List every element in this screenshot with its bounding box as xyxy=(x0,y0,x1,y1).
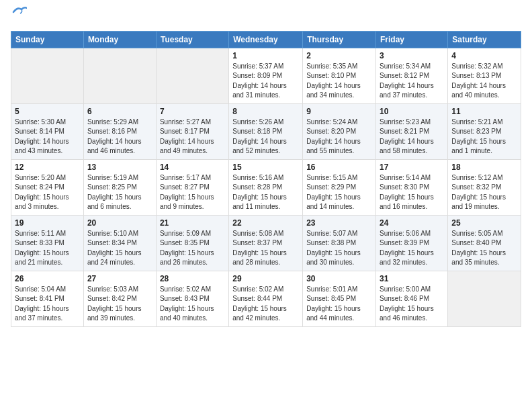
day-cell: 10Sunrise: 5:23 AMSunset: 8:21 PMDayligh… xyxy=(376,103,448,159)
day-number: 7 xyxy=(160,107,225,116)
day-info: Sunrise: 5:23 AMSunset: 8:21 PMDaylight:… xyxy=(380,118,444,156)
day-cell: 6Sunrise: 5:29 AMSunset: 8:16 PMDaylight… xyxy=(83,103,156,159)
day-info: Sunrise: 5:29 AMSunset: 8:16 PMDaylight:… xyxy=(87,118,152,156)
day-number: 18 xyxy=(451,163,517,172)
day-info: Sunrise: 5:09 AMSunset: 8:35 PMDaylight:… xyxy=(160,229,225,268)
day-info: Sunrise: 5:06 AMSunset: 8:39 PMDaylight:… xyxy=(380,229,444,268)
day-number: 15 xyxy=(232,163,299,172)
day-number: 17 xyxy=(380,163,444,172)
day-number: 11 xyxy=(451,107,517,116)
day-info: Sunrise: 5:08 AMSunset: 8:37 PMDaylight:… xyxy=(232,229,299,268)
day-cell: 22Sunrise: 5:08 AMSunset: 8:37 PMDayligh… xyxy=(229,215,303,271)
day-cell xyxy=(11,48,84,103)
logo-bird-icon xyxy=(12,5,27,17)
day-cell: 18Sunrise: 5:12 AMSunset: 8:32 PMDayligh… xyxy=(448,159,521,215)
week-row-5: 26Sunrise: 5:04 AMSunset: 8:41 PMDayligh… xyxy=(11,271,521,326)
day-number: 10 xyxy=(380,107,444,116)
day-info: Sunrise: 5:04 AMSunset: 8:41 PMDaylight:… xyxy=(15,285,80,324)
day-number: 3 xyxy=(380,51,444,60)
calendar-table: SundayMondayTuesdayWednesdayThursdayFrid… xyxy=(11,31,521,327)
day-number: 30 xyxy=(306,274,372,283)
weekday-header-monday: Monday xyxy=(83,31,156,48)
week-row-3: 12Sunrise: 5:20 AMSunset: 8:24 PMDayligh… xyxy=(11,159,521,215)
day-cell: 31Sunrise: 5:00 AMSunset: 8:46 PMDayligh… xyxy=(376,271,448,326)
day-cell: 19Sunrise: 5:11 AMSunset: 8:33 PMDayligh… xyxy=(11,215,84,271)
day-number: 20 xyxy=(87,218,152,228)
day-info: Sunrise: 5:35 AMSunset: 8:10 PMDaylight:… xyxy=(306,62,372,101)
day-number: 9 xyxy=(306,107,372,116)
day-info: Sunrise: 5:03 AMSunset: 8:42 PMDaylight:… xyxy=(87,285,152,324)
day-cell: 27Sunrise: 5:03 AMSunset: 8:42 PMDayligh… xyxy=(83,271,156,326)
day-cell: 16Sunrise: 5:15 AMSunset: 8:29 PMDayligh… xyxy=(303,159,376,215)
day-cell: 15Sunrise: 5:16 AMSunset: 8:28 PMDayligh… xyxy=(229,159,303,215)
day-info: Sunrise: 5:02 AMSunset: 8:43 PMDaylight:… xyxy=(160,285,225,324)
day-number: 25 xyxy=(451,218,517,228)
day-number: 24 xyxy=(380,218,444,228)
day-cell: 28Sunrise: 5:02 AMSunset: 8:43 PMDayligh… xyxy=(156,271,228,326)
day-info: Sunrise: 5:00 AMSunset: 8:46 PMDaylight:… xyxy=(380,285,444,324)
weekday-header-saturday: Saturday xyxy=(448,31,521,48)
day-cell: 20Sunrise: 5:10 AMSunset: 8:34 PMDayligh… xyxy=(83,215,156,271)
day-cell: 4Sunrise: 5:32 AMSunset: 8:13 PMDaylight… xyxy=(448,48,521,103)
day-number: 21 xyxy=(160,218,225,228)
day-cell: 7Sunrise: 5:27 AMSunset: 8:17 PMDaylight… xyxy=(156,103,228,159)
day-number: 16 xyxy=(306,163,372,172)
weekday-header-friday: Friday xyxy=(376,31,448,48)
day-number: 8 xyxy=(232,107,299,116)
day-cell: 3Sunrise: 5:34 AMSunset: 8:12 PMDaylight… xyxy=(376,48,448,103)
day-info: Sunrise: 5:01 AMSunset: 8:45 PMDaylight:… xyxy=(306,285,372,324)
weekday-header-sunday: Sunday xyxy=(11,31,84,48)
day-number: 6 xyxy=(87,107,152,116)
day-number: 23 xyxy=(306,218,372,228)
day-number: 12 xyxy=(15,163,80,172)
day-info: Sunrise: 5:34 AMSunset: 8:12 PMDaylight:… xyxy=(380,62,444,101)
day-number: 27 xyxy=(87,274,152,283)
weekday-header-tuesday: Tuesday xyxy=(156,31,228,48)
day-number: 1 xyxy=(232,51,299,60)
day-cell: 11Sunrise: 5:21 AMSunset: 8:23 PMDayligh… xyxy=(448,103,521,159)
day-number: 28 xyxy=(160,274,225,283)
day-cell: 2Sunrise: 5:35 AMSunset: 8:10 PMDaylight… xyxy=(303,48,376,103)
day-info: Sunrise: 5:19 AMSunset: 8:25 PMDaylight:… xyxy=(87,173,152,212)
day-cell: 26Sunrise: 5:04 AMSunset: 8:41 PMDayligh… xyxy=(11,271,84,326)
day-info: Sunrise: 5:16 AMSunset: 8:28 PMDaylight:… xyxy=(232,173,299,212)
day-info: Sunrise: 5:20 AMSunset: 8:24 PMDaylight:… xyxy=(15,173,80,212)
day-info: Sunrise: 5:07 AMSunset: 8:38 PMDaylight:… xyxy=(306,229,372,268)
weekday-header-wednesday: Wednesday xyxy=(229,31,303,48)
day-cell: 24Sunrise: 5:06 AMSunset: 8:39 PMDayligh… xyxy=(376,215,448,271)
weekday-header-row: SundayMondayTuesdayWednesdayThursdayFrid… xyxy=(11,31,521,48)
day-cell: 9Sunrise: 5:24 AMSunset: 8:20 PMDaylight… xyxy=(303,103,376,159)
day-info: Sunrise: 5:21 AMSunset: 8:23 PMDaylight:… xyxy=(451,118,517,156)
week-row-2: 5Sunrise: 5:30 AMSunset: 8:14 PMDaylight… xyxy=(11,103,521,159)
day-cell: 25Sunrise: 5:05 AMSunset: 8:40 PMDayligh… xyxy=(448,215,521,271)
day-info: Sunrise: 5:15 AMSunset: 8:29 PMDaylight:… xyxy=(306,173,372,212)
day-info: Sunrise: 5:27 AMSunset: 8:17 PMDaylight:… xyxy=(160,118,225,156)
day-info: Sunrise: 5:24 AMSunset: 8:20 PMDaylight:… xyxy=(306,118,372,156)
day-cell xyxy=(83,48,156,103)
logo xyxy=(11,11,27,24)
day-info: Sunrise: 5:12 AMSunset: 8:32 PMDaylight:… xyxy=(451,173,517,212)
day-number: 31 xyxy=(380,274,444,283)
day-cell: 5Sunrise: 5:30 AMSunset: 8:14 PMDaylight… xyxy=(11,103,84,159)
day-number: 13 xyxy=(87,163,152,172)
day-info: Sunrise: 5:11 AMSunset: 8:33 PMDaylight:… xyxy=(15,229,80,268)
day-number: 5 xyxy=(15,107,80,116)
day-info: Sunrise: 5:14 AMSunset: 8:30 PMDaylight:… xyxy=(380,173,444,212)
day-number: 19 xyxy=(15,218,80,228)
weekday-header-thursday: Thursday xyxy=(303,31,376,48)
day-cell: 13Sunrise: 5:19 AMSunset: 8:25 PMDayligh… xyxy=(83,159,156,215)
day-info: Sunrise: 5:32 AMSunset: 8:13 PMDaylight:… xyxy=(451,62,517,101)
day-number: 2 xyxy=(306,51,372,60)
week-row-1: 1Sunrise: 5:37 AMSunset: 8:09 PMDaylight… xyxy=(11,48,521,103)
page-header xyxy=(11,11,521,24)
day-number: 29 xyxy=(232,274,299,283)
week-row-4: 19Sunrise: 5:11 AMSunset: 8:33 PMDayligh… xyxy=(11,215,521,271)
day-info: Sunrise: 5:02 AMSunset: 8:44 PMDaylight:… xyxy=(232,285,299,324)
day-cell xyxy=(156,48,228,103)
day-cell: 29Sunrise: 5:02 AMSunset: 8:44 PMDayligh… xyxy=(229,271,303,326)
day-cell: 23Sunrise: 5:07 AMSunset: 8:38 PMDayligh… xyxy=(303,215,376,271)
day-cell: 1Sunrise: 5:37 AMSunset: 8:09 PMDaylight… xyxy=(229,48,303,103)
day-info: Sunrise: 5:05 AMSunset: 8:40 PMDaylight:… xyxy=(451,229,517,268)
day-cell: 17Sunrise: 5:14 AMSunset: 8:30 PMDayligh… xyxy=(376,159,448,215)
day-info: Sunrise: 5:10 AMSunset: 8:34 PMDaylight:… xyxy=(87,229,152,268)
